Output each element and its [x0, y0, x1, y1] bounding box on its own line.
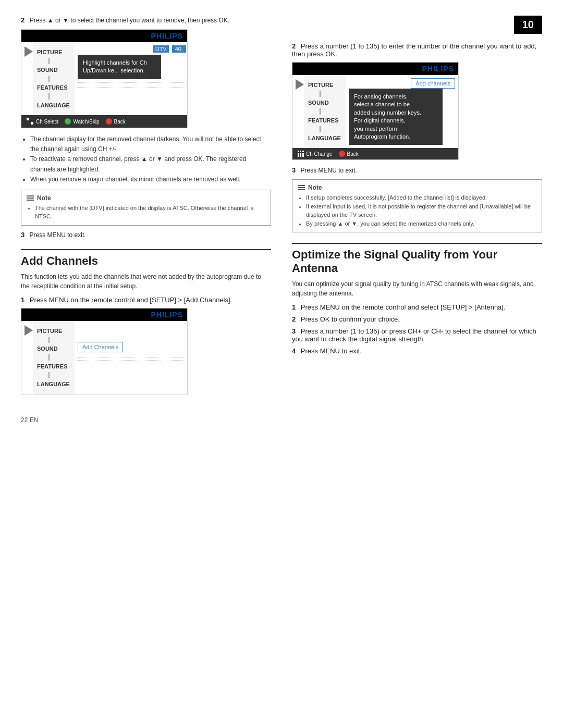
- step-text: Press OK to confirm your choice.: [301, 315, 400, 323]
- step-text: Press MENU to exit.: [301, 347, 362, 355]
- note-item-r1: If setup completes successfully, [Added …: [306, 193, 536, 202]
- tv-footer-1: Ch Select Watch/Skip Back: [21, 115, 187, 128]
- step-number: 3: [21, 231, 25, 239]
- menu-item-language-2: LANGUAGE: [33, 378, 75, 390]
- philips-logo-right-1: PHILIPS: [422, 65, 454, 73]
- note-box-right: Note If setup completes successfully, [A…: [292, 179, 542, 232]
- footer-watch-skip: Watch/Skip: [65, 118, 99, 125]
- step-text: Press ▲ or ▼ to select the channel you w…: [30, 17, 229, 24]
- page-number: 22 EN: [21, 416, 38, 424]
- optimize-desc: You can optimize your signal quality by …: [292, 279, 542, 298]
- highlight-line1: For analog channels,: [354, 93, 437, 101]
- tv-menu-right-1: PICTURE SOUND FEATURES LANGUAGE: [304, 75, 346, 148]
- optimize-title: Optimize the Signal Quality from Your An…: [292, 243, 542, 275]
- bullet-item: The channel display for the removed chan…: [30, 134, 271, 154]
- tv-menu: PICTURE SOUND FEATURES LANGUAGE: [33, 42, 75, 115]
- footer-ch-change: Ch Change: [298, 151, 333, 157]
- step-number: 2: [21, 16, 25, 24]
- menu-item-features-2: FEATURES: [33, 361, 75, 372]
- optimize-step4: 4 Press MENU to exit.: [292, 347, 542, 355]
- add-step1: 1 Press MENU on the remote control and […: [21, 296, 271, 304]
- note-box-1: Note The channel with the [DTV] indicate…: [21, 190, 271, 226]
- red-circle-icon-r: [339, 151, 345, 157]
- highlight-line6: Autoprogram function.: [354, 133, 437, 141]
- note-item-r3: By pressing ▲ or ▼, you can select the m…: [306, 219, 536, 228]
- note-label: Note: [37, 194, 51, 202]
- page-footer: 22 EN: [21, 416, 542, 424]
- tv-content-1: DTV 40. Highlight channels for Ch Up/Dow…: [75, 42, 187, 115]
- menu-item-sound: SOUND: [33, 64, 75, 76]
- step-text: Press MENU to exit.: [301, 167, 357, 174]
- menu-item-picture-2: PICTURE: [33, 325, 75, 337]
- add-channels-btn-right: Add channels: [411, 78, 455, 89]
- left-column: 2 Press ▲ or ▼ to select the channel you…: [21, 16, 271, 401]
- red-circle-icon: [106, 118, 112, 125]
- bullet-item: To reactivate a removed channel, press ▲…: [30, 154, 271, 174]
- highlight-text: Highlight channels for Ch Up/Down ke... …: [83, 59, 147, 73]
- menu-item-picture-r1: PICTURE: [304, 79, 346, 91]
- step-text: Press MENU on the remote control and sel…: [301, 303, 506, 311]
- left-step3: 3 Press MENU to exit.: [21, 231, 271, 239]
- tv-ui-1: PHILIPS PICTURE SOUND FEATURES LANGUAGE: [21, 29, 188, 128]
- menu-item-sound-r1: SOUND: [304, 97, 346, 108]
- menu-item-features-r1: FEATURES: [304, 115, 346, 126]
- note-icon-right: [298, 185, 305, 190]
- right-step2: 2 Press a number (1 to 135) to enter the…: [292, 42, 542, 58]
- add-channels-desc: This function lets you add the channels …: [21, 272, 271, 291]
- highlight-line2: select a channel to be: [354, 101, 437, 108]
- step-number: 2: [292, 315, 296, 323]
- bullet-list: The channel display for the removed chan…: [21, 134, 271, 184]
- right-column: 10 2 Press a number (1 to 135) to enter …: [292, 16, 542, 401]
- ch-number: 40.: [172, 45, 186, 53]
- optimize-step3: 3 Press a number (1 to 135) or press CH+…: [292, 327, 542, 343]
- step-text: Press MENU to exit.: [30, 231, 86, 239]
- highlight-box: Highlight channels for Ch Up/Down ke... …: [78, 55, 161, 79]
- note-label-right: Note: [308, 184, 322, 191]
- tv-ui-2: PHILIPS PICTURE SOUND FEATURES LANGUAGE …: [21, 308, 188, 394]
- step-number: 3: [292, 327, 296, 335]
- tv-ui-right-1: PHILIPS PICTURE SOUND FEATURES LANGUAGE: [292, 62, 459, 160]
- tv-content-right-1: Add channels For analog channels, select…: [346, 75, 458, 148]
- step-text: Press a number (1 to 135) or press CH+ o…: [292, 327, 536, 343]
- menu-arrow-icon-r1: [296, 79, 304, 90]
- footer-ch-select: Ch Select: [27, 118, 58, 125]
- add-channels-btn-2: Add Channels: [78, 342, 123, 352]
- menu-item-sound-2: SOUND: [33, 343, 75, 354]
- note-header: Note: [27, 194, 265, 202]
- menu-item-features: FEATURES: [33, 82, 75, 93]
- highlight-box-right: For analog channels, select a channel to…: [349, 89, 443, 145]
- grid-icon: [298, 151, 304, 157]
- note-item: The channel with the [DTV] indicated on …: [35, 204, 265, 221]
- philips-logo: PHILIPS: [151, 32, 183, 40]
- step-number: 1: [21, 296, 25, 304]
- note-item-r2: If external input is used, it is not pos…: [306, 202, 536, 219]
- page-number-badge: 10: [514, 16, 542, 34]
- footer-back-right: Back: [339, 151, 359, 157]
- optimize-step2: 2 Press OK to confirm your choice.: [292, 315, 542, 323]
- menu-item-picture: PICTURE: [33, 46, 75, 58]
- footer-back: Back: [106, 118, 126, 125]
- step-number: 2: [292, 42, 296, 50]
- step-text: Press a number (1 to 135) to enter the n…: [292, 42, 536, 58]
- menu-arrow-icon-2: [25, 325, 33, 336]
- tv-footer-right-1: Ch Change Back: [292, 148, 458, 159]
- highlight-line3: added using number keys.: [354, 109, 437, 117]
- left-step2: 2 Press ▲ or ▼ to select the channel you…: [21, 16, 271, 25]
- step-number: 1: [292, 303, 296, 311]
- note-header-right: Note: [298, 184, 536, 191]
- highlight-line5: you must perform: [354, 125, 437, 133]
- highlight-line4: For digital channels,: [354, 117, 437, 125]
- note-icon: [27, 195, 34, 201]
- optimize-step1: 1 Press MENU on the remote control and s…: [292, 303, 542, 311]
- menu-arrow-icon: [25, 46, 33, 57]
- add-channels-title: Add Channels: [21, 249, 271, 268]
- tv-menu-2: PICTURE SOUND FEATURES LANGUAGE: [33, 321, 75, 394]
- dtv-label: DTV: [153, 45, 169, 53]
- right-step3: 3 Press MENU to exit.: [292, 166, 542, 174]
- green-circle-icon: [65, 118, 71, 125]
- bullet-item: When you remove a major channel, its min…: [30, 175, 271, 184]
- step-number: 3: [292, 166, 296, 174]
- step-number: 4: [292, 347, 296, 355]
- tv-content-2: Add Channels: [75, 321, 187, 394]
- philips-logo-2: PHILIPS: [151, 311, 183, 319]
